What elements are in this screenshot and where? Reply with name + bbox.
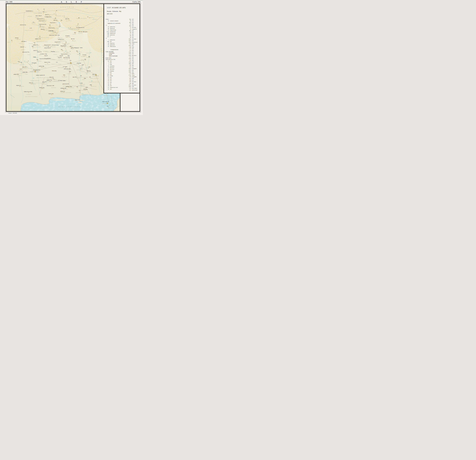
survey-point-circle [34,22,35,23]
legend-row: (vedi anche Tav. 333) [106,59,128,60]
survey-point-circle [62,16,63,16]
legend-heading: Note [106,18,109,20]
station-number-teal: 186 [91,81,93,82]
place-name: MUGGIA [108,108,112,109]
legend-panel: 1157. SCIAME (DI API) Essaim - Schwarm -… [103,4,140,93]
map-survey-label: fráśča 202a [39,87,44,88]
place-name: Lavariano [67,73,71,74]
place-name: MANSUE [19,86,24,87]
legend-row: ⊢ Note [106,18,128,20]
station-number-teal: 134 [86,74,87,74]
survey-point-circle [37,60,38,61]
place-name: Timau [53,13,56,14]
place-name: Grizzo [27,54,30,55]
survey-point-circle [89,57,89,58]
legend-row: 50boś [106,85,128,87]
station-number-teal: 20 [68,27,69,28]
station-number-teal: 91 [24,61,25,62]
place-name: CORDOVADO [41,83,48,84]
survey-point-circle [77,52,78,53]
survey-point-circle [49,15,50,16]
legend-row: 108boϑ [128,46,139,48]
map-survey-label: seménṣe 194a [66,86,72,87]
map-survey-label: sk'áp de áš 51 [58,39,64,40]
map-survey-label: 64 [64,44,66,45]
place-name: OSOPPO [56,43,60,44]
legend-heading: Q.ALI 4521 [106,57,111,59]
survey-point-circle [50,81,50,82]
map-survey-label: 119a [88,66,90,67]
survey-point-circle [75,33,75,34]
legend-point-number: 56a [128,18,132,20]
legend-row: 2grúm di áś [106,39,128,41]
legend-term: grún di áś [110,34,115,36]
legend-title: 1157. SCIAME (DI API) [107,7,126,8]
map-survey-label: búmblšbòrbm 1 [26,11,33,11]
river-label: F. Gail [85,8,88,9]
map-survey-label: śịan 167a [73,77,77,78]
legend-row: Complemento [106,49,128,50]
map-survey-label: sk'áp di áš 17a [37,18,43,19]
map-survey-label: 19a [61,20,62,21]
river-label: Fiume Piave [10,94,15,98]
legend-term: ʃboϑ [132,73,134,74]
place-name: MARE ADRIATICO [59,106,81,107]
legend-point-number: 2 [106,39,110,41]
map-survey-label: kodę́r 140a [23,72,27,73]
place-name: RAVEO [41,26,45,27]
place-name: Belvedere [82,94,86,95]
survey-point-circle [31,83,32,84]
map-survey-label: sčáf di áš 22a [20,25,26,25]
survey-point-circle [84,56,84,57]
map-survey-label: 105 [84,59,86,60]
survey-point-circle [21,63,22,64]
map-survey-label: 16 [33,22,34,23]
place-name: GRADO [79,101,83,102]
legend-term: ʃbọ́s di ás [132,55,136,56]
survey-point-circle [21,41,22,42]
place-name: Pesáriis [35,17,39,18]
legend-term: fráśčę di áś [110,33,115,34]
legend-term: bọ́č di ás [132,27,136,28]
survey-point-circle [44,19,45,20]
legend-heading: □ [106,24,107,26]
survey-point-circle [19,86,20,87]
survey-point-circle [56,42,57,43]
station-number-teal: 8 [94,18,94,18]
map-survey-label: frásk'a [33,57,36,58]
legend-row: 118aboč [128,51,139,53]
map-survey-label: 87 sk'ap [83,54,86,55]
place-name: Cerneglóns [73,64,78,65]
place-name: DOGNA [76,26,79,26]
place-name: CORMONS [85,72,90,73]
legend-term: bōč [132,48,134,50]
legend-term: bọč [110,41,112,42]
legend-term: vespár [?] [132,28,137,30]
station-number-teal: 223a [109,104,111,105]
legend-term: bọ́s di ás [132,81,136,82]
legend-row: 189fráśčę di áś [106,33,128,34]
place-name: MERETO DI TOMBA [51,64,61,65]
town-marker [95,74,97,76]
place-name: PAULARO [64,17,68,18]
legend-point-number: 5 [106,64,110,65]
survey-point-circle [33,48,33,48]
map-survey-label: pálma 139a [14,74,19,75]
place-name: Bevorchiáns [66,20,72,21]
legend-row: 49nīt [106,83,128,85]
survey-point-circle [85,90,85,90]
map-survey-label: 40 kodę́r □ [22,41,27,42]
legend-term: boč [132,18,134,20]
legend-term: bośk [132,43,134,45]
legend-row: 66abọč [128,22,139,23]
legend-term: famée di ás / boč [110,87,118,88]
legend-row: 100abóč di áš [128,38,139,40]
survey-point-circle [63,89,64,90]
place-name: BARCIS [21,49,25,50]
survey-point-circle [56,16,56,16]
legend-term: kompaníe [132,68,136,69]
map-survey-label: fráśka 187 [16,85,21,86]
place-name: MONTENARS [63,43,70,44]
place-name: Versa [82,79,85,80]
survey-point-circle [80,70,81,70]
